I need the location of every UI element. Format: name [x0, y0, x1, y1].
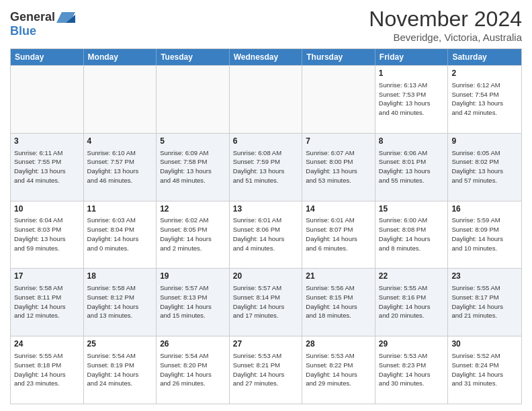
calendar-cell-14: 14Sunrise: 6:01 AMSunset: 8:07 PMDayligh…: [302, 201, 375, 269]
calendar-cell-empty: [302, 66, 375, 133]
calendar-row-5: 24Sunrise: 5:55 AMSunset: 8:18 PMDayligh…: [11, 336, 521, 404]
cell-info-16: Sunrise: 5:59 AMSunset: 8:09 PMDaylight:…: [451, 216, 518, 253]
calendar-cell-15: 15Sunrise: 6:00 AMSunset: 8:08 PMDayligh…: [375, 201, 449, 269]
header-day-tuesday: Tuesday: [157, 49, 230, 65]
calendar-header: SundayMondayTuesdayWednesdayThursdayFrid…: [11, 49, 521, 65]
cell-info-24: Sunrise: 5:55 AMSunset: 8:18 PMDaylight:…: [14, 351, 80, 388]
day-number-30: 30: [451, 338, 518, 350]
cell-info-9: Sunrise: 6:05 AMSunset: 8:02 PMDaylight:…: [451, 148, 518, 185]
calendar-cell-13: 13Sunrise: 6:01 AMSunset: 8:06 PMDayligh…: [230, 201, 303, 269]
logo-blue-text: Blue: [10, 24, 36, 38]
day-number-20: 20: [233, 271, 299, 282]
header-day-monday: Monday: [84, 49, 157, 65]
day-number-18: 18: [87, 271, 153, 282]
cell-info-1: Sunrise: 6:13 AMSunset: 7:53 PMDaylight:…: [379, 81, 445, 118]
day-number-11: 11: [87, 203, 153, 215]
cell-info-3: Sunrise: 6:11 AMSunset: 7:55 PMDaylight:…: [14, 148, 80, 185]
day-number-27: 27: [233, 338, 299, 350]
day-number-17: 17: [14, 271, 80, 282]
logo-icon: [56, 9, 75, 24]
cell-info-19: Sunrise: 5:57 AMSunset: 8:13 PMDaylight:…: [160, 283, 226, 320]
day-number-14: 14: [306, 203, 371, 215]
day-number-10: 10: [14, 203, 80, 215]
day-number-3: 3: [14, 136, 80, 147]
day-number-9: 9: [451, 136, 518, 147]
cell-info-4: Sunrise: 6:10 AMSunset: 7:57 PMDaylight:…: [87, 148, 153, 185]
day-number-15: 15: [379, 203, 445, 215]
location: Beveridge, Victoria, Australia: [369, 32, 522, 43]
page: General Blue November 2024 Beveridge, Vi…: [0, 0, 532, 411]
calendar-cell-7: 7Sunrise: 6:07 AMSunset: 8:00 PMDaylight…: [302, 134, 375, 201]
day-number-22: 22: [379, 271, 445, 282]
calendar-cell-23: 23Sunrise: 5:55 AMSunset: 8:17 PMDayligh…: [448, 269, 521, 336]
calendar-cell-25: 25Sunrise: 5:54 AMSunset: 8:19 PMDayligh…: [84, 336, 157, 404]
month-title: November 2024: [369, 7, 522, 32]
header-day-wednesday: Wednesday: [230, 49, 303, 65]
calendar-cell-19: 19Sunrise: 5:57 AMSunset: 8:13 PMDayligh…: [157, 269, 230, 336]
header-day-saturday: Saturday: [448, 49, 521, 65]
cell-info-17: Sunrise: 5:58 AMSunset: 8:11 PMDaylight:…: [14, 283, 80, 320]
calendar-cell-12: 12Sunrise: 6:02 AMSunset: 8:05 PMDayligh…: [157, 201, 230, 269]
cell-info-23: Sunrise: 5:55 AMSunset: 8:17 PMDaylight:…: [451, 283, 518, 320]
calendar-cell-8: 8Sunrise: 6:06 AMSunset: 8:01 PMDaylight…: [375, 134, 449, 201]
calendar-cell-28: 28Sunrise: 5:53 AMSunset: 8:22 PMDayligh…: [302, 336, 375, 404]
day-number-19: 19: [160, 271, 226, 282]
cell-info-5: Sunrise: 6:09 AMSunset: 7:58 PMDaylight:…: [160, 148, 226, 185]
logo: General Blue: [10, 9, 75, 38]
cell-info-29: Sunrise: 5:53 AMSunset: 8:23 PMDaylight:…: [379, 351, 445, 388]
day-number-1: 1: [379, 68, 445, 79]
calendar-row-2: 3Sunrise: 6:11 AMSunset: 7:55 PMDaylight…: [11, 133, 521, 201]
calendar-cell-24: 24Sunrise: 5:55 AMSunset: 8:18 PMDayligh…: [11, 336, 84, 404]
calendar-cell-11: 11Sunrise: 6:03 AMSunset: 8:04 PMDayligh…: [84, 201, 157, 269]
calendar-cell-16: 16Sunrise: 5:59 AMSunset: 8:09 PMDayligh…: [448, 201, 521, 269]
calendar-body: 1Sunrise: 6:13 AMSunset: 7:53 PMDaylight…: [11, 65, 521, 404]
cell-info-27: Sunrise: 5:53 AMSunset: 8:21 PMDaylight:…: [233, 351, 299, 388]
cell-info-20: Sunrise: 5:57 AMSunset: 8:14 PMDaylight:…: [233, 283, 299, 320]
calendar-cell-6: 6Sunrise: 6:08 AMSunset: 7:59 PMDaylight…: [230, 134, 303, 201]
cell-info-28: Sunrise: 5:53 AMSunset: 8:22 PMDaylight:…: [306, 351, 371, 388]
cell-info-10: Sunrise: 6:04 AMSunset: 8:03 PMDaylight:…: [14, 216, 80, 253]
cell-info-26: Sunrise: 5:54 AMSunset: 8:20 PMDaylight:…: [160, 351, 226, 388]
day-number-24: 24: [14, 338, 80, 350]
calendar-row-1: 1Sunrise: 6:13 AMSunset: 7:53 PMDaylight…: [11, 65, 521, 133]
calendar-row-4: 17Sunrise: 5:58 AMSunset: 8:11 PMDayligh…: [11, 268, 521, 336]
day-number-2: 2: [451, 68, 518, 79]
logo-general: General: [10, 10, 55, 24]
cell-info-21: Sunrise: 5:56 AMSunset: 8:15 PMDaylight:…: [306, 283, 371, 320]
cell-info-8: Sunrise: 6:06 AMSunset: 8:01 PMDaylight:…: [379, 148, 445, 185]
calendar-cell-29: 29Sunrise: 5:53 AMSunset: 8:23 PMDayligh…: [375, 336, 449, 404]
calendar-cell-17: 17Sunrise: 5:58 AMSunset: 8:11 PMDayligh…: [11, 269, 84, 336]
cell-info-14: Sunrise: 6:01 AMSunset: 8:07 PMDaylight:…: [306, 216, 371, 253]
cell-info-12: Sunrise: 6:02 AMSunset: 8:05 PMDaylight:…: [160, 216, 226, 253]
calendar-cell-2: 2Sunrise: 6:12 AMSunset: 7:54 PMDaylight…: [448, 66, 521, 133]
cell-info-11: Sunrise: 6:03 AMSunset: 8:04 PMDaylight:…: [87, 216, 153, 253]
header-day-friday: Friday: [375, 49, 449, 65]
calendar-cell-empty: [157, 66, 230, 133]
calendar-cell-22: 22Sunrise: 5:55 AMSunset: 8:16 PMDayligh…: [375, 269, 449, 336]
calendar-cell-26: 26Sunrise: 5:54 AMSunset: 8:20 PMDayligh…: [157, 336, 230, 404]
header: General Blue November 2024 Beveridge, Vi…: [10, 7, 522, 43]
cell-info-6: Sunrise: 6:08 AMSunset: 7:59 PMDaylight:…: [233, 148, 299, 185]
calendar-cell-1: 1Sunrise: 6:13 AMSunset: 7:53 PMDaylight…: [375, 66, 449, 133]
cell-info-7: Sunrise: 6:07 AMSunset: 8:00 PMDaylight:…: [306, 148, 371, 185]
day-number-7: 7: [306, 136, 371, 147]
cell-info-18: Sunrise: 5:58 AMSunset: 8:12 PMDaylight:…: [87, 283, 153, 320]
calendar-cell-5: 5Sunrise: 6:09 AMSunset: 7:58 PMDaylight…: [157, 134, 230, 201]
calendar-row-3: 10Sunrise: 6:04 AMSunset: 8:03 PMDayligh…: [11, 201, 521, 269]
calendar-cell-3: 3Sunrise: 6:11 AMSunset: 7:55 PMDaylight…: [11, 134, 84, 201]
calendar-cell-30: 30Sunrise: 5:52 AMSunset: 8:24 PMDayligh…: [448, 336, 521, 404]
cell-info-13: Sunrise: 6:01 AMSunset: 8:06 PMDaylight:…: [233, 216, 299, 253]
cell-info-25: Sunrise: 5:54 AMSunset: 8:19 PMDaylight:…: [87, 351, 153, 388]
calendar-cell-10: 10Sunrise: 6:04 AMSunset: 8:03 PMDayligh…: [11, 201, 84, 269]
day-number-6: 6: [233, 136, 299, 147]
logo-text: General: [10, 9, 75, 24]
calendar-cell-empty: [11, 66, 84, 133]
day-number-13: 13: [233, 203, 299, 215]
day-number-23: 23: [451, 271, 518, 282]
day-number-12: 12: [160, 203, 226, 215]
calendar-cell-27: 27Sunrise: 5:53 AMSunset: 8:21 PMDayligh…: [230, 336, 303, 404]
day-number-28: 28: [306, 338, 371, 350]
calendar-cell-4: 4Sunrise: 6:10 AMSunset: 7:57 PMDaylight…: [84, 134, 157, 201]
calendar: SundayMondayTuesdayWednesdayThursdayFrid…: [10, 48, 522, 404]
day-number-8: 8: [379, 136, 445, 147]
